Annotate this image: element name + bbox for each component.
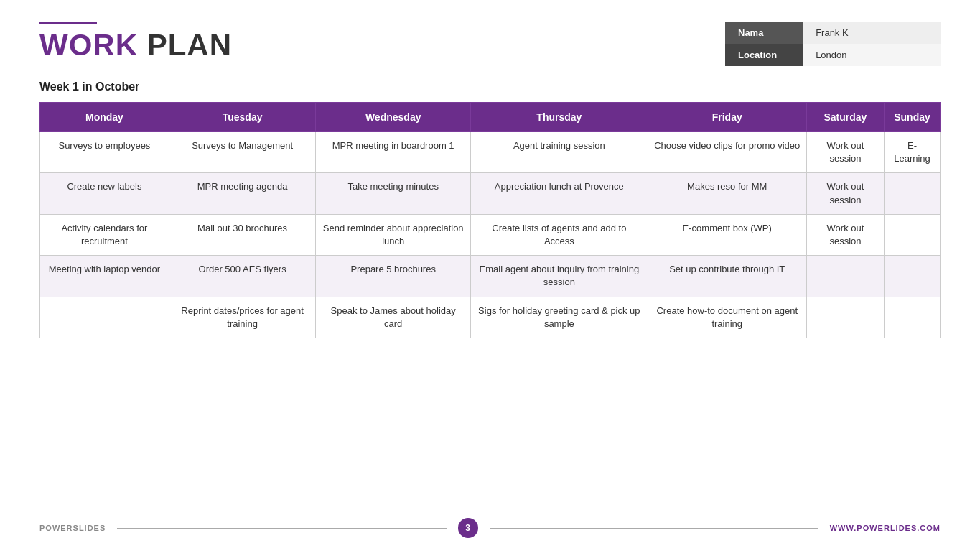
table-cell-r3-c5 [806,256,884,297]
table-cell-r1-c4: Makes reso for MM [648,173,806,214]
table-cell-r3-c4: Set up contribute through IT [648,256,806,297]
column-header-thursday: Thursday [471,103,648,132]
table-cell-r0-c1: Surveys to Management [169,132,315,173]
table-cell-r1-c2: Take meeting minutes [316,173,471,214]
table-cell-r3-c6 [885,256,941,297]
table-cell-r2-c3: Create lists of agents and add to Access [471,214,648,255]
table-cell-r4-c4: Create how-to document on agent training [648,297,806,338]
table-cell-r4-c5 [806,297,884,338]
name-label: Nama [725,22,803,44]
week-label: Week 1 in October [39,80,941,93]
table-cell-r1-c6 [885,173,941,214]
table-cell-r2-c0: Activity calendars for recruitment [40,214,169,255]
column-header-friday: Friday [648,103,806,132]
table-cell-r3-c0: Meeting with laptop vendor [40,256,169,297]
footer-left-text: POWERSLIDES [39,524,106,532]
table-cell-r1-c0: Create new labels [40,173,169,214]
table-row: Activity calendars for recruitmentMail o… [40,214,941,255]
table-cell-r4-c3: Sigs for holiday greeting card & pick up… [471,297,648,338]
table-row: Reprint dates/prices for agent trainingS… [40,297,941,338]
column-header-saturday: Saturday [806,103,884,132]
table-cell-r0-c5: Work out session [806,132,884,173]
table-cell-r2-c2: Send reminder about appreciation lunch [316,214,471,255]
table-cell-r0-c6: E-Learning [885,132,941,173]
column-header-monday: Monday [40,103,169,132]
table-cell-r3-c1: Order 500 AES flyers [169,256,315,297]
table-cell-r0-c0: Surveys to employees [40,132,169,173]
table-cell-r3-c2: Prepare 5 brochures [316,256,471,297]
table-header-row: MondayTuesdayWednesdayThursdayFridaySatu… [40,103,941,132]
location-label: Location [725,44,803,66]
table-cell-r1-c1: MPR meeting agenda [169,173,315,214]
title-plan: PLAN [138,28,232,62]
title-work: WORK [39,28,138,62]
table-row: Surveys to employeesSurveys to Managemen… [40,132,941,173]
name-value: Frank K [803,22,941,44]
table-cell-r0-c4: Choose video clips for promo video [648,132,806,173]
footer: POWERSLIDES 3 WWW.POWERLIDES.COM [39,518,941,538]
table-cell-r4-c0 [40,297,169,338]
table-cell-r4-c2: Speak to James about holiday card [316,297,471,338]
title-underline [39,22,97,24]
footer-line-left [117,528,446,529]
info-table: Nama Frank K Location London [725,22,941,66]
table-cell-r4-c6 [885,297,941,338]
table-cell-r2-c5: Work out session [806,214,884,255]
table-cell-r2-c6 [885,214,941,255]
table-cell-r0-c2: MPR meeting in boardroom 1 [316,132,471,173]
table-cell-r2-c4: E-comment box (WP) [648,214,806,255]
table-cell-r1-c5: Work out session [806,173,884,214]
column-header-sunday: Sunday [885,103,941,132]
table-row: Create new labelsMPR meeting agendaTake … [40,173,941,214]
footer-line-right [490,528,818,529]
schedule-table: MondayTuesdayWednesdayThursdayFridaySatu… [39,102,941,338]
table-cell-r4-c1: Reprint dates/prices for agent training [169,297,315,338]
header-area: WORK PLAN Nama Frank K Location London [39,22,941,66]
table-cell-r3-c3: Email agent about inquiry from training … [471,256,648,297]
title-block: WORK PLAN [39,22,232,62]
table-cell-r0-c3: Agent training session [471,132,648,173]
main-title: WORK PLAN [39,29,232,62]
table-cell-r2-c1: Mail out 30 brochures [169,214,315,255]
location-value: London [803,44,941,66]
column-header-tuesday: Tuesday [169,103,315,132]
table-cell-r1-c3: Appreciation lunch at Provence [471,173,648,214]
footer-page-badge: 3 [458,518,478,538]
page-container: WORK PLAN Nama Frank K Location London W… [0,0,980,551]
footer-right-text: WWW.POWERLIDES.COM [830,524,941,532]
column-header-wednesday: Wednesday [316,103,471,132]
table-row: Meeting with laptop vendorOrder 500 AES … [40,256,941,297]
